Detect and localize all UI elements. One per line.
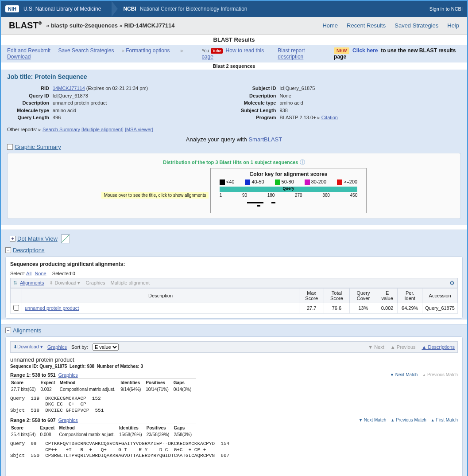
nav-recent-results[interactable]: Recent Results (347, 22, 386, 29)
range-graphics-link[interactable]: Graphics (58, 372, 78, 378)
first-match-link[interactable]: ▲ First Match (431, 417, 458, 422)
mouseover-hint: Mouse over to see the title, click to sh… (101, 192, 209, 199)
msa-viewer-link[interactable]: [MSA viewer] (125, 127, 153, 132)
smartblast-link[interactable]: SmartBLAST (248, 136, 282, 143)
descriptions-title[interactable]: Descriptions (13, 247, 45, 254)
info-icon[interactable]: ⓘ (300, 159, 305, 165)
prev-match-link[interactable]: ▲ Previous Match (391, 417, 426, 422)
select-none-link[interactable]: None (35, 271, 46, 276)
color-key-box: Color key for alignment scores <4040-505… (210, 168, 367, 213)
hit-bar[interactable] (271, 202, 275, 203)
axis-tick: 90 (242, 193, 247, 198)
blast-logo[interactable]: BLAST® (9, 20, 42, 31)
new-badge: NEW (334, 47, 349, 54)
axis-tick: 360 (322, 193, 330, 198)
hit-bar[interactable] (257, 205, 260, 207)
range-graphics-link[interactable]: Graphics (58, 417, 78, 423)
smartblast-line: Analyze your query with SmartBLAST (7, 136, 461, 143)
tb-multialign: Multiple alignment (111, 280, 150, 285)
edit-resubmit-link[interactable]: Edit and Resubmit (7, 47, 50, 54)
nav-saved-strategies[interactable]: Saved Strategies (395, 22, 438, 29)
job-title: Job title: Protein Sequence (7, 73, 461, 80)
hsp-hit-title: unnamed protein product (10, 356, 458, 363)
sort-icon[interactable]: ⇅ (13, 280, 17, 286)
aln-graphics[interactable]: Graphics (47, 344, 67, 350)
breadcrumb: BLAST® » blastp suite-2sequences » RID-1… (1, 17, 467, 35)
youtube-link[interactable]: YouTube How to read this page (201, 47, 272, 60)
nav-home[interactable]: Home (322, 22, 338, 29)
alignments-title[interactable]: Alignments (13, 327, 41, 334)
download-link[interactable]: Download (7, 54, 31, 60)
arrow-divider-icon (112, 1, 118, 17)
axis-tick: 270 (295, 193, 302, 198)
report-description-link[interactable]: Blast report description (278, 47, 329, 60)
collapse-graphic-summary-icon[interactable]: − (7, 144, 13, 150)
subject-info-column: Subject IDlcl|Query_61875 DescriptionNon… (234, 85, 461, 121)
axis-tick: 450 (350, 193, 358, 198)
distribution-text: Distribution of the top 3 Blast Hits on … (163, 160, 298, 165)
hit-description-link[interactable]: unnamed protein product (25, 305, 79, 311)
dot-matrix-section: + Dot Matrix View − Descriptions Sequenc… (1, 230, 467, 320)
select-row: Select: All None Selected:0 (10, 271, 458, 276)
results-title: BLAST Results (1, 35, 467, 45)
hit-bars (220, 200, 357, 207)
table-row: unnamed protein product 27.776.613% 0.00… (11, 303, 458, 313)
graphic-summary-body: Distribution of the top 3 Blast Hits on … (7, 153, 461, 219)
formatting-options-link[interactable]: Formatting options (126, 47, 170, 54)
desc-heading: Sequences producing significant alignmen… (10, 261, 458, 267)
nih-badge: NIH (5, 5, 19, 12)
axis-tick: 180 (267, 193, 275, 198)
collapse-alignments-icon[interactable]: − (5, 328, 11, 333)
save-strategies-link[interactable]: Save Search Strategies (58, 47, 114, 54)
expand-dot-matrix-icon[interactable]: + (10, 236, 15, 242)
tb-download: ⬇ Download ▾ (49, 280, 80, 286)
tools-row: Edit and Resubmit Save Search Strategies… (1, 45, 467, 62)
aln-download[interactable]: ⬇Download ▾ (13, 344, 43, 350)
descriptions-table: Description Max Score Total Score Query … (10, 288, 458, 314)
search-summary-link[interactable]: Search Summary (43, 127, 80, 132)
next-match-link[interactable]: ▼ Next Match (359, 417, 386, 422)
descriptions-toolbar: ⇅ Alignments ⬇ Download ▾ Graphics Multi… (10, 278, 458, 288)
dot-matrix-icon[interactable] (61, 234, 70, 243)
signin-link[interactable]: Sign in to NCBI (429, 6, 463, 12)
color-key-item: >=200 (337, 179, 357, 185)
tb-alignments[interactable]: Alignments (20, 280, 44, 285)
graphic-summary-title[interactable]: Graphic Summary (15, 144, 61, 150)
range-stats: ScoreExpectMethodIdentitiesPositivesGaps… (10, 378, 196, 393)
citation-link[interactable]: Citation (321, 115, 338, 120)
row-checkbox[interactable] (13, 305, 19, 311)
nav-descriptions[interactable]: ▲ Descriptions (422, 344, 455, 350)
alignment-text: Query 99 CPTKKFQVTDSCRNCVAHKCQSVCNFGAITY… (10, 441, 458, 459)
top-nav: Home Recent Results Saved Strategies Hel… (322, 22, 459, 29)
color-key-item: 80-200 (305, 179, 326, 185)
ncbi-label: NCBI (123, 6, 136, 12)
next-match-link[interactable]: ▼ Next Match (390, 372, 418, 377)
nav-next: ▼ Next (368, 344, 384, 350)
tb-graphics: Graphics (85, 280, 105, 285)
hsp-meta: Sequence ID: Query_61875 Length: 938 Num… (10, 364, 458, 369)
sortby-select[interactable]: E value (93, 343, 119, 351)
alignments-body: ⬇Download ▾ Graphics Sort by: E value ▼ … (5, 336, 463, 476)
descriptions-body: Sequences producing significant alignmen… (5, 256, 463, 319)
query-bar[interactable]: Query (220, 187, 357, 192)
dot-matrix-title[interactable]: Dot Matrix View (17, 235, 58, 242)
nav-previous: ▲ Previous (391, 344, 416, 350)
multiple-alignment-link[interactable]: [Multiple alignment] (81, 127, 124, 132)
axis-tick: 1 (220, 193, 222, 198)
blast-2-sequences-label: Blast 2 sequences (1, 62, 467, 70)
gear-icon[interactable]: ⚙ (449, 280, 455, 286)
ncbi-header: NIH U.S. National Library of Medicine NC… (1, 1, 467, 17)
select-all-link[interactable]: All (26, 271, 31, 276)
alignment-text: Query 139 DKCKECGMCKKACP 152 DKC EC C+ C… (10, 396, 458, 414)
nav-help[interactable]: Help (447, 22, 459, 29)
query-info-column: RID14MCKJ77114 (Expires on 02-21 21:34 p… (7, 85, 234, 121)
click-here-link[interactable]: Click here (352, 47, 378, 54)
color-key-item: 40-50 (245, 179, 264, 185)
alignments-toolbar: ⬇Download ▾ Graphics Sort by: E value ▼ … (10, 341, 458, 353)
range-stats: ScoreExpectMethodIdentitiesPositivesGaps… (10, 424, 196, 438)
collapse-descriptions-icon[interactable]: − (5, 247, 11, 253)
youtube-icon: Tube (211, 48, 223, 54)
rid-link[interactable]: 14MCKJ77114 (53, 86, 85, 91)
hit-bar[interactable] (247, 202, 263, 203)
range-header: Range 1: 538 to 551 Graphics ▼ Next Matc… (10, 372, 458, 378)
